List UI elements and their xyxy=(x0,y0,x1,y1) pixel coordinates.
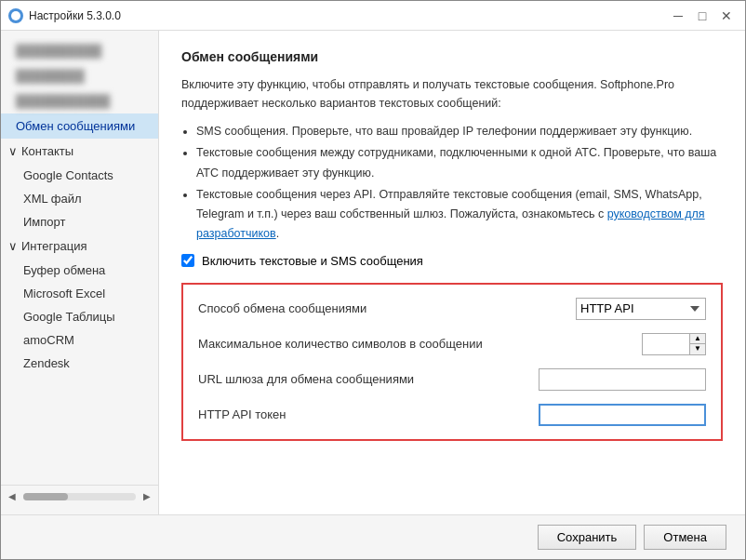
token-label: HTTP API токен xyxy=(198,407,539,421)
settings-box: Способ обмена сообщениями HTTP API SMS I… xyxy=(181,283,723,441)
sidebar-item-excel-label: Microsoft Excel xyxy=(23,287,105,300)
main-panel: Обмен сообщениями Включите эту функцию, … xyxy=(159,31,745,514)
list-item-3: Текстовые сообщения через API. Отправляй… xyxy=(196,185,723,245)
save-button[interactable]: Сохранить xyxy=(538,525,637,550)
scroll-track xyxy=(23,493,136,500)
scroll-right-arrow[interactable]: ▶ xyxy=(140,489,154,503)
sidebar-blurred-item-2[interactable]: ████████ xyxy=(1,63,158,88)
sidebar-item-buffer[interactable]: Буфер обмена xyxy=(1,259,158,282)
number-input-wrapper: 200 ▲ ▼ xyxy=(642,333,706,355)
sidebar-item-amocrm[interactable]: amoCRM xyxy=(1,328,158,352)
max-chars-label: Максимальное количество символов в сообщ… xyxy=(198,337,642,351)
settings-window: Настройки 5.3.0.0 ─ □ ✕ ██████████ █████… xyxy=(0,0,746,560)
sidebar-item-google-contacts[interactable]: Google Contacts xyxy=(1,164,158,187)
sidebar-item-google-sheets[interactable]: Google Таблицы xyxy=(1,305,158,328)
sidebar-section-integration-label: Интеграция xyxy=(21,239,87,253)
max-chars-row: Максимальное количество символов в сообщ… xyxy=(198,333,706,355)
window-title: Настройки 5.3.0.0 xyxy=(29,9,121,22)
url-control: http://example.com xyxy=(539,368,706,391)
sidebar-item-zendesk[interactable]: Zendesk xyxy=(1,352,158,375)
sidebar: ██████████ ████████ ███████████ Обмен со… xyxy=(1,31,159,514)
spinner-up-button[interactable]: ▲ xyxy=(690,334,705,345)
sidebar-item-zendesk-label: Zendesk xyxy=(23,356,70,370)
sidebar-item-messaging[interactable]: Обмен сообщениями xyxy=(1,113,158,139)
app-icon xyxy=(8,8,23,23)
sidebar-item-import-label: Импорт xyxy=(23,215,65,229)
token-input[interactable]: token123 xyxy=(539,404,706,426)
url-label: URL шлюза для обмена сообщениями xyxy=(198,372,539,386)
method-label: Способ обмена сообщениями xyxy=(198,301,576,315)
spinner-buttons: ▲ ▼ xyxy=(689,334,705,354)
sidebar-section-contacts-label: Контакты xyxy=(21,144,73,158)
method-row: Способ обмена сообщениями HTTP API SMS I… xyxy=(198,298,706,320)
svg-point-0 xyxy=(11,11,20,20)
sidebar-item-google-sheets-label: Google Таблицы xyxy=(23,310,115,324)
sidebar-item-google-contacts-label: Google Contacts xyxy=(23,168,113,182)
footer: Сохранить Отмена xyxy=(1,514,745,559)
max-chars-control: 200 ▲ ▼ xyxy=(642,333,706,355)
titlebar: Настройки 5.3.0.0 ─ □ ✕ xyxy=(1,1,745,31)
section-title: Обмен сообщениями xyxy=(181,49,723,64)
chevron-down-icon-2: ∨ xyxy=(8,239,18,253)
cancel-button[interactable]: Отмена xyxy=(644,525,726,550)
url-input[interactable]: http://example.com xyxy=(539,368,706,391)
sidebar-item-amocrm-label: amoCRM xyxy=(23,333,74,347)
token-row: HTTP API токен token123 xyxy=(198,404,706,426)
minimize-button[interactable]: ─ xyxy=(667,5,689,27)
window-controls: ─ □ ✕ xyxy=(667,5,738,27)
url-row: URL шлюза для обмена сообщениями http://… xyxy=(198,368,706,391)
sidebar-section-contacts[interactable]: ∨ Контакты xyxy=(1,139,158,164)
sidebar-section-integration[interactable]: ∨ Интеграция xyxy=(1,233,158,259)
spinner-down-button[interactable]: ▼ xyxy=(690,344,705,354)
info-list: SMS сообщения. Проверьте, что ваш провай… xyxy=(196,122,723,245)
scroll-thumb xyxy=(23,493,68,500)
titlebar-left: Настройки 5.3.0.0 xyxy=(8,8,121,23)
sidebar-item-xml-file-label: XML файл xyxy=(23,192,82,206)
method-control: HTTP API SMS Internal xyxy=(576,298,706,320)
intro-text: Включите эту функцию, чтобы отправлять и… xyxy=(181,75,723,113)
sidebar-blurred-item-3[interactable]: ███████████ xyxy=(1,88,158,113)
sidebar-item-buffer-label: Буфер обмена xyxy=(23,263,105,277)
sidebar-scroll-container: ██████████ ████████ ███████████ Обмен со… xyxy=(1,38,158,507)
sidebar-item-xml-file[interactable]: XML файл xyxy=(1,187,158,210)
method-dropdown[interactable]: HTTP API SMS Internal xyxy=(576,298,706,320)
token-control: token123 xyxy=(539,404,706,426)
scroll-left-arrow[interactable]: ◀ xyxy=(5,489,20,503)
maximize-button[interactable]: □ xyxy=(691,5,713,27)
content-area: ██████████ ████████ ███████████ Обмен со… xyxy=(1,31,745,514)
sidebar-item-excel[interactable]: Microsoft Excel xyxy=(1,282,158,305)
max-chars-input[interactable]: 200 xyxy=(643,334,689,354)
list-item-1: SMS сообщения. Проверьте, что ваш провай… xyxy=(196,122,723,141)
enable-sms-label: Включить текстовые и SMS сообщения xyxy=(202,254,423,268)
list-item-2: Текстовые сообщения между сотрудниками, … xyxy=(196,143,723,183)
enable-sms-checkbox[interactable] xyxy=(181,254,194,267)
sidebar-item-import[interactable]: Импорт xyxy=(1,210,158,233)
sidebar-item-messaging-label: Обмен сообщениями xyxy=(16,119,135,133)
sidebar-scrollbar: ◀ ▶ xyxy=(1,485,158,507)
sidebar-blurred-item-1[interactable]: ██████████ xyxy=(1,38,158,63)
chevron-down-icon: ∨ xyxy=(8,144,18,158)
enable-sms-row: Включить текстовые и SMS сообщения xyxy=(181,254,723,268)
close-button[interactable]: ✕ xyxy=(715,5,738,27)
sidebar-list: ██████████ ████████ ███████████ Обмен со… xyxy=(1,38,158,485)
